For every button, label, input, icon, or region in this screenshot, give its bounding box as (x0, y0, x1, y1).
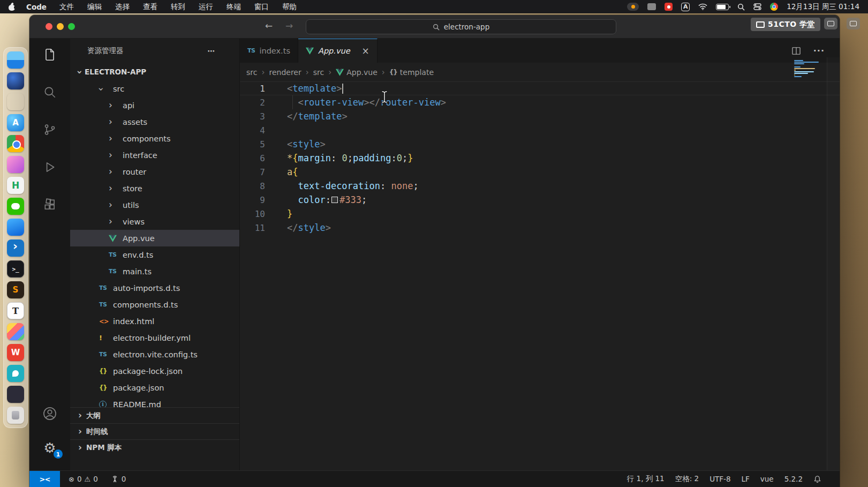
menubar-clock[interactable]: 12月13日 周三 01:14 (787, 2, 859, 12)
apple-menu-icon[interactable] (9, 3, 16, 11)
code-line-4[interactable]: 4 (240, 123, 840, 137)
close-window-button[interactable] (46, 23, 52, 30)
language-mode[interactable]: vue (755, 475, 779, 483)
paint-dock-icon[interactable] (7, 323, 24, 340)
chrome-menubar-icon[interactable] (770, 3, 778, 11)
input-method-icon[interactable]: A (681, 3, 690, 11)
menu-item-4[interactable]: 转到 (171, 2, 185, 12)
notifications-bell-icon[interactable] (808, 475, 827, 483)
tree-item-main.ts[interactable]: TSmain.ts (70, 263, 239, 280)
code-line-6[interactable]: 6*{margin: 0;padding:0;} (240, 151, 840, 165)
sidebar-more-actions-icon[interactable]: ⋯ (208, 47, 216, 55)
finder-dock-icon[interactable] (7, 51, 24, 69)
color-swatch[interactable] (331, 197, 338, 203)
typora-dock-icon[interactable] (7, 302, 24, 319)
recorder-layout-icon[interactable] (847, 18, 860, 29)
maps-dock-icon[interactable] (7, 72, 24, 89)
tree-item-utils[interactable]: ›utils (70, 197, 239, 213)
menu-item-8[interactable]: 帮助 (282, 2, 297, 12)
project-section-header[interactable]: › ELECTRON-APP (70, 63, 239, 80)
cursor-position[interactable]: 行 1, 列 11 (622, 474, 670, 484)
code-line-5[interactable]: 5<style> (240, 137, 840, 151)
editor-more-actions-icon[interactable]: ··· (813, 46, 825, 56)
battery-icon[interactable] (716, 4, 729, 10)
menu-item-5[interactable]: 运行 (199, 2, 213, 12)
code-line-3[interactable]: 3</template> (240, 109, 840, 123)
control-center-icon[interactable] (753, 3, 761, 10)
recorder-pip-icon[interactable] (824, 18, 837, 29)
appstore-dock-icon[interactable] (7, 114, 24, 131)
tree-item-views[interactable]: ›views (70, 213, 239, 230)
tree-item-assets[interactable]: ›assets (70, 114, 239, 130)
menu-item-3[interactable]: 查看 (143, 2, 157, 12)
minimize-window-button[interactable] (57, 23, 64, 30)
problems-status[interactable]: ⊗ 0 ⚠ 0 (63, 475, 103, 483)
tree-item-api[interactable]: ›api (70, 97, 239, 114)
breadcrumb-item-src[interactable]: src (313, 68, 324, 77)
happ-dock-icon[interactable] (7, 177, 24, 194)
sidebar-panel-2[interactable]: ›NPM 脚本 (70, 439, 239, 455)
settings-gear-icon[interactable]: ⚙ 1 (41, 439, 58, 456)
tree-item-package.json[interactable]: {}package.json (70, 379, 239, 396)
menubar-extra-icon[interactable] (647, 3, 656, 10)
vscode-dock-icon[interactable] (7, 239, 24, 257)
menu-item-0[interactable]: 文件 (59, 2, 74, 12)
tree-item-store[interactable]: ›store (70, 180, 239, 197)
menu-item-1[interactable]: 编辑 (87, 2, 102, 12)
terminal-dock-icon[interactable] (7, 260, 24, 278)
photos-dock-icon[interactable] (7, 156, 24, 173)
wps-dock-icon[interactable] (7, 344, 24, 361)
tree-item-src[interactable]: ›src (70, 80, 239, 97)
tab-App.vue[interactable]: App.vue× (298, 39, 378, 63)
tree-item-interface[interactable]: ›interface (70, 147, 239, 163)
spotlight-icon[interactable] (737, 3, 745, 11)
dark-dock-icon[interactable] (7, 386, 24, 403)
minimap[interactable] (794, 60, 824, 77)
tab-index.ts[interactable]: TSindex.ts (240, 39, 298, 63)
navigate-forward-icon[interactable]: → (285, 20, 293, 31)
launchpad-dock-icon[interactable] (7, 93, 24, 110)
code-line-1[interactable]: 1<template> (240, 81, 840, 95)
tree-item-electron.vite.config.ts[interactable]: TSelectron.vite.config.ts (70, 346, 239, 363)
tree-item-App.vue[interactable]: App.vue (70, 230, 239, 246)
tree-item-router[interactable]: ›router (70, 163, 239, 180)
code-line-11[interactable]: 11</style> (240, 221, 840, 235)
navigate-back-icon[interactable]: ← (265, 20, 273, 31)
screen-recording-icon[interactable] (627, 3, 639, 11)
tree-item-auto-imports.d.ts[interactable]: TSauto-imports.d.ts (70, 280, 239, 296)
menu-item-7[interactable]: 窗口 (254, 2, 269, 12)
sublime-dock-icon[interactable] (7, 281, 24, 298)
code-line-8[interactable]: 8 text-decoration: none; (240, 179, 840, 193)
code-line-9[interactable]: 9 color:#333; (240, 193, 840, 207)
menu-item-2[interactable]: 选择 (115, 2, 130, 12)
red-app-menubar-icon[interactable] (665, 3, 673, 11)
code-line-7[interactable]: 7a{ (240, 165, 840, 179)
tree-item-electron-builder.yml[interactable]: !electron-builder.yml (70, 329, 239, 346)
tree-item-components.d.ts[interactable]: TScomponents.d.ts (70, 296, 239, 313)
breadcrumb-item-src[interactable]: src (246, 68, 257, 77)
tree-item-package-lock.json[interactable]: {}package-lock.json (70, 363, 239, 379)
trash-dock-icon[interactable] (7, 407, 24, 424)
indentation-status[interactable]: 空格: 2 (670, 474, 704, 484)
tree-item-components[interactable]: ›components (70, 130, 239, 147)
editor-scrollbar[interactable] (827, 57, 840, 470)
explorer-icon[interactable] (41, 46, 58, 63)
code-line-2[interactable]: 2 <router-view></router-view> (240, 95, 840, 109)
split-editor-icon[interactable] (791, 46, 802, 56)
zoom-window-button[interactable] (68, 23, 75, 30)
breadcrumb-item-template[interactable]: {}template (389, 68, 434, 77)
chrome-dock-icon[interactable] (7, 135, 24, 152)
code-line-10[interactable]: 10} (240, 207, 840, 221)
remote-indicator[interactable]: >< (29, 471, 60, 487)
search-sidebar-icon[interactable] (41, 84, 58, 101)
source-control-icon[interactable] (41, 121, 58, 138)
pen-dock-icon[interactable] (7, 219, 24, 236)
menu-app-name[interactable]: Code (26, 3, 47, 11)
eol-status[interactable]: LF (736, 475, 754, 483)
sidebar-panel-1[interactable]: ›时间线 (70, 423, 239, 439)
encoding-status[interactable]: UTF-8 (704, 475, 736, 483)
tree-item-README.md[interactable]: iREADME.md (70, 396, 239, 407)
port-forward-status[interactable]: 0 (105, 475, 132, 483)
tree-item-index.html[interactable]: <>index.html (70, 313, 239, 329)
command-center-search[interactable]: electron-app (306, 19, 616, 34)
